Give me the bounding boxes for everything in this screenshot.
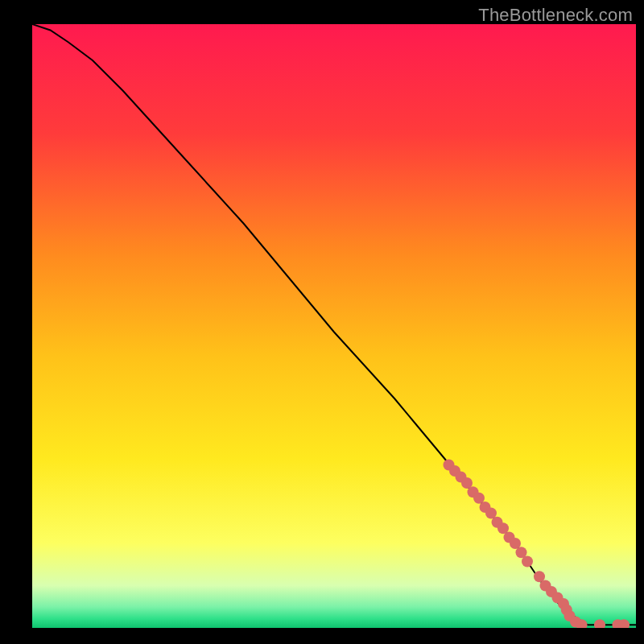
plot-area xyxy=(32,24,636,628)
chart-background xyxy=(32,24,636,628)
chart-svg xyxy=(32,24,636,628)
marker-dot xyxy=(522,556,533,568)
watermark-text: TheBottleneck.com xyxy=(478,5,633,26)
